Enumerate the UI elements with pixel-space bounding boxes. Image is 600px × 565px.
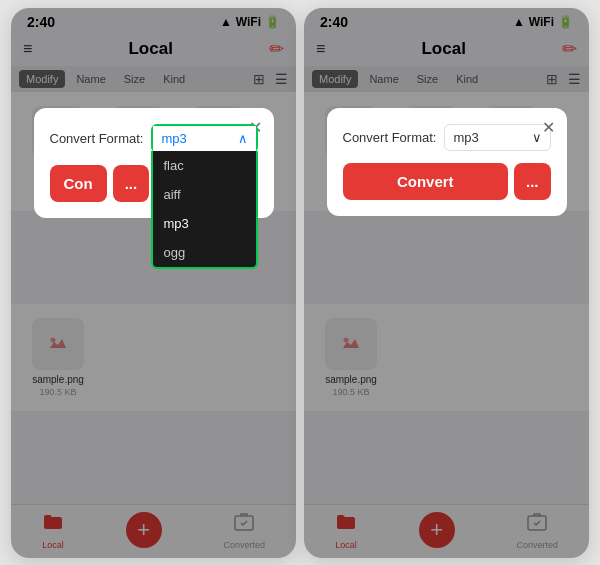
format-dropdown-closed-right[interactable]: mp3 ∨ xyxy=(444,124,550,151)
option-ogg[interactable]: ogg xyxy=(153,238,255,267)
selected-format-left: mp3 xyxy=(161,131,186,146)
modal-close-right[interactable]: ✕ xyxy=(542,118,555,137)
left-phone: 2:40 ▲ WiFi 🔋 ≡ Local ✏ Modify Name Size… xyxy=(11,8,296,558)
selected-format-right: mp3 xyxy=(453,130,478,145)
modal-format-row-right: Convert Format: mp3 ∨ xyxy=(343,124,551,151)
modal-box-right: ✕ Convert Format: mp3 ∨ Convert ... xyxy=(327,108,567,216)
right-phone: 2:40 ▲ WiFi 🔋 ≡ Local ✏ Modify Name Size… xyxy=(304,8,589,558)
chevron-down-icon-right: ∨ xyxy=(532,130,542,145)
modal-overlay-right: ✕ Convert Format: mp3 ∨ Convert ... xyxy=(304,8,589,558)
convert-button-left[interactable]: Con xyxy=(50,165,107,202)
option-mp3[interactable]: mp3 xyxy=(153,209,255,238)
modal-box-left: ✕ Convert Format: mp3 ∧ flac aiff mp3 og… xyxy=(34,108,274,218)
modal-label-right: Convert Format: xyxy=(343,130,437,145)
modal-overlay-left: ✕ Convert Format: mp3 ∧ flac aiff mp3 og… xyxy=(11,8,296,558)
option-flac[interactable]: flac xyxy=(153,151,255,180)
more-button-left[interactable]: ... xyxy=(113,165,150,202)
dropdown-header-left[interactable]: mp3 ∧ xyxy=(153,126,255,151)
modal-label-left: Convert Format: xyxy=(50,131,144,146)
format-dropdown-open-left[interactable]: mp3 ∧ flac aiff mp3 ogg xyxy=(151,124,257,153)
convert-button-right[interactable]: Convert xyxy=(343,163,508,200)
chevron-up-icon: ∧ xyxy=(238,131,248,146)
dropdown-list-left: flac aiff mp3 ogg xyxy=(151,151,257,269)
option-aiff[interactable]: aiff xyxy=(153,180,255,209)
modal-format-row-left: Convert Format: mp3 ∧ flac aiff mp3 ogg xyxy=(50,124,258,153)
modal-btn-row-right: Convert ... xyxy=(343,163,551,200)
more-button-right[interactable]: ... xyxy=(514,163,551,200)
